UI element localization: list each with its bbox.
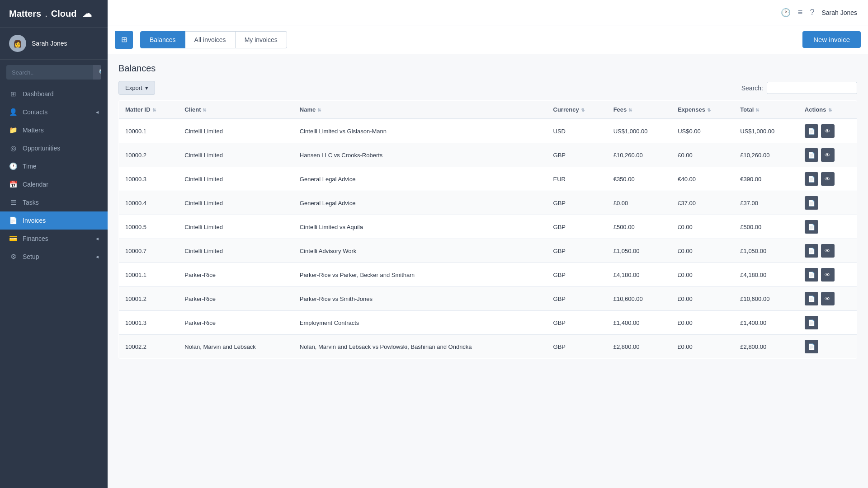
- view-button[interactable]: 👁: [821, 268, 835, 282]
- col-header-fees[interactable]: Fees⇅: [607, 101, 672, 119]
- cell-name: Parker-Rice vs Parker, Becker and Smitha…: [293, 263, 547, 287]
- sidebar-item-tasks[interactable]: ☰ Tasks: [0, 193, 108, 211]
- table-row: 10000.4Cintelli LimitedGeneral Legal Adv…: [119, 191, 857, 215]
- sidebar-item-matters[interactable]: 📁 Matters: [0, 121, 108, 139]
- document-button[interactable]: 📄: [805, 124, 818, 138]
- cell-client[interactable]: Nolan, Marvin and Lebsack: [178, 335, 293, 359]
- cell-client[interactable]: Cintelli Limited: [178, 215, 293, 239]
- tab-my-invoices[interactable]: My invoices: [236, 31, 287, 48]
- view-button[interactable]: 👁: [821, 124, 835, 138]
- tab-balances[interactable]: Balances: [140, 31, 185, 48]
- chevron-icon: ◂: [96, 253, 99, 260]
- export-button[interactable]: Export ▾: [118, 81, 155, 95]
- new-invoice-button[interactable]: New invoice: [802, 31, 861, 48]
- col-header-client[interactable]: Client⇅: [178, 101, 293, 119]
- cell-matter_id[interactable]: 10001.1: [119, 263, 179, 287]
- cell-matter_id[interactable]: 10000.5: [119, 215, 179, 239]
- table-search-input[interactable]: [767, 82, 857, 94]
- cell-matter_id[interactable]: 10000.2: [119, 143, 179, 167]
- sidebar-item-calendar[interactable]: 📅 Calendar: [0, 175, 108, 193]
- cell-total: £500.00: [734, 215, 798, 239]
- search-button[interactable]: 🔍: [93, 65, 101, 80]
- cell-name: Parker-Rice vs Smith-Jones: [293, 287, 547, 311]
- cell-fees: £2,800.00: [607, 335, 672, 359]
- col-header-expenses[interactable]: Expenses⇅: [671, 101, 734, 119]
- cell-client[interactable]: Parker-Rice: [178, 287, 293, 311]
- sort-arrows-client: ⇅: [203, 108, 206, 113]
- sidebar-item-finances[interactable]: 💳 Finances ◂: [0, 230, 108, 248]
- document-button[interactable]: 📄: [805, 196, 818, 210]
- cell-matter_id[interactable]: 10000.4: [119, 191, 179, 215]
- document-button[interactable]: 📄: [805, 268, 818, 282]
- cell-client[interactable]: Cintelli Limited: [178, 143, 293, 167]
- cell-total: £37.00: [734, 191, 798, 215]
- grid-toggle-button[interactable]: ⊞: [115, 31, 133, 49]
- col-header-name[interactable]: Name⇅: [293, 101, 547, 119]
- sidebar-item-time[interactable]: 🕐 Time: [0, 157, 108, 175]
- sort-arrows-currency: ⇅: [581, 108, 585, 113]
- document-button[interactable]: 📄: [805, 220, 818, 234]
- cell-client[interactable]: Parker-Rice: [178, 263, 293, 287]
- document-button[interactable]: 📄: [805, 340, 818, 353]
- cell-matter_id[interactable]: 10000.1: [119, 119, 179, 143]
- table-row: 10000.1Cintelli LimitedCintelli Limited …: [119, 119, 857, 143]
- main-content: 🕐 ≡ ? Sarah Jones ⊞ BalancesAll invoices…: [108, 0, 868, 488]
- cell-client[interactable]: Cintelli Limited: [178, 239, 293, 263]
- cell-matter_id[interactable]: 10002.2: [119, 335, 179, 359]
- menu-icon[interactable]: ≡: [798, 8, 803, 17]
- document-button[interactable]: 📄: [805, 316, 818, 329]
- sidebar-user: 👩 Sarah Jones: [0, 28, 108, 60]
- col-header-actions[interactable]: Actions⇅: [798, 101, 857, 119]
- cell-name: Employment Contracts: [293, 311, 547, 335]
- document-button[interactable]: 📄: [805, 244, 818, 258]
- sidebar-item-contacts[interactable]: 👤 Contacts ◂: [0, 103, 108, 121]
- export-chevron-icon: ▾: [145, 84, 148, 91]
- sidebar-item-invoices[interactable]: 📄 Invoices: [0, 211, 108, 230]
- document-button[interactable]: 📄: [805, 292, 818, 305]
- sidebar-item-label: Setup: [23, 253, 39, 260]
- sidebar-item-opportunities[interactable]: ◎ Opportunities: [0, 139, 108, 157]
- cell-total: €390.00: [734, 167, 798, 191]
- col-header-total[interactable]: Total⇅: [734, 101, 798, 119]
- tabs-bar: ⊞ BalancesAll invoicesMy invoices New in…: [108, 25, 868, 54]
- document-button[interactable]: 📄: [805, 172, 818, 186]
- cell-name: General Legal Advice: [293, 167, 547, 191]
- cell-fees: £10,600.00: [607, 287, 672, 311]
- cell-currency: GBP: [547, 311, 607, 335]
- balances-section: Balances Export ▾ Search: Matter ID⇅Clie…: [108, 54, 868, 368]
- cell-expenses: £0.00: [671, 263, 734, 287]
- view-button[interactable]: 👁: [821, 148, 835, 162]
- sidebar-item-label: Invoices: [23, 217, 46, 224]
- cell-matter_id[interactable]: 10001.2: [119, 287, 179, 311]
- view-button[interactable]: 👁: [821, 292, 835, 305]
- cell-actions: 📄: [798, 311, 857, 335]
- cell-matter_id[interactable]: 10000.7: [119, 239, 179, 263]
- table-row: 10000.5Cintelli LimitedCintelli Limited …: [119, 215, 857, 239]
- cell-client[interactable]: Cintelli Limited: [178, 167, 293, 191]
- balances-table: Matter ID⇅Client⇅Name⇅Currency⇅Fees⇅Expe…: [118, 100, 857, 359]
- view-button[interactable]: 👁: [821, 172, 835, 186]
- cell-client[interactable]: Cintelli Limited: [178, 119, 293, 143]
- tab-all-invoices[interactable]: All invoices: [185, 31, 236, 48]
- clock-icon[interactable]: 🕐: [781, 8, 791, 18]
- help-icon[interactable]: ?: [810, 8, 814, 17]
- cell-fees: £4,180.00: [607, 263, 672, 287]
- cell-expenses: €40.00: [671, 167, 734, 191]
- cell-matter_id[interactable]: 10001.3: [119, 311, 179, 335]
- cell-currency: GBP: [547, 239, 607, 263]
- sidebar-item-dashboard[interactable]: ⊞ Dashboard: [0, 85, 108, 103]
- cell-matter_id[interactable]: 10000.3: [119, 167, 179, 191]
- col-header-currency[interactable]: Currency⇅: [547, 101, 607, 119]
- cell-client[interactable]: Cintelli Limited: [178, 191, 293, 215]
- cell-client[interactable]: Parker-Rice: [178, 311, 293, 335]
- cell-currency: GBP: [547, 215, 607, 239]
- document-button[interactable]: 📄: [805, 148, 818, 162]
- sidebar-item-setup[interactable]: ⚙ Setup ◂: [0, 248, 108, 266]
- search-input[interactable]: [6, 66, 93, 80]
- view-button[interactable]: 👁: [821, 244, 835, 258]
- col-header-matter_id[interactable]: Matter ID⇅: [119, 101, 179, 119]
- cell-currency: GBP: [547, 335, 607, 359]
- topbar: 🕐 ≡ ? Sarah Jones: [108, 0, 868, 25]
- cell-expenses: £0.00: [671, 287, 734, 311]
- cell-expenses: £37.00: [671, 191, 734, 215]
